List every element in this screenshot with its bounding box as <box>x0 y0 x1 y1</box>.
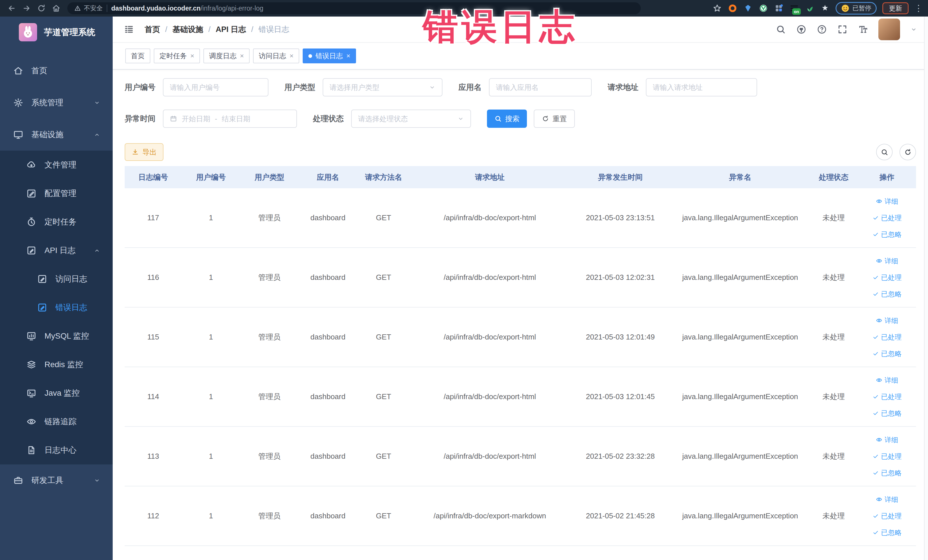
page-scrollbar[interactable] <box>924 17 928 560</box>
search-button[interactable]: 搜索 <box>487 110 527 128</box>
action-label: 已处理 <box>881 511 902 520</box>
paused-label: 已暂停 <box>852 4 871 12</box>
action-已忽略[interactable]: 已忽略 <box>872 345 902 362</box>
check-icon <box>872 513 879 519</box>
close-icon[interactable]: × <box>240 52 244 60</box>
reset-button[interactable]: 重置 <box>534 110 575 128</box>
chevron-down-icon[interactable] <box>910 26 917 33</box>
user-id-input[interactable] <box>163 78 269 96</box>
process-status-select[interactable]: 请选择处理状态 <box>351 110 471 128</box>
bookmark-star-icon[interactable] <box>712 3 722 13</box>
action-已处理[interactable]: 已处理 <box>872 508 902 524</box>
extension-blue-drop-icon[interactable] <box>743 3 753 13</box>
table-cell: 未处理 <box>809 272 858 282</box>
home-nav-icon[interactable] <box>50 2 63 15</box>
extension-leaf-icon[interactable] <box>805 3 815 13</box>
help-icon[interactable] <box>817 24 827 35</box>
user-type-select[interactable]: 请选择用户类型 <box>323 78 443 96</box>
forward-icon[interactable] <box>20 2 33 15</box>
extension-puzzle-icon[interactable] <box>820 3 830 13</box>
table-cell: /api/infra/db-doc/export-html <box>410 214 570 222</box>
export-button[interactable]: 导出 <box>125 143 163 161</box>
eye-icon <box>876 198 882 204</box>
action-详细[interactable]: 详细 <box>876 253 898 269</box>
request-url-input[interactable] <box>646 78 757 96</box>
sidebar-item-配置管理[interactable]: 配置管理 <box>0 179 113 208</box>
close-icon[interactable]: × <box>190 52 194 60</box>
sidebar-item-API-日志[interactable]: API 日志 <box>0 236 113 265</box>
action-已处理[interactable]: 已处理 <box>872 329 902 345</box>
action-已处理[interactable]: 已处理 <box>872 448 902 465</box>
eye-icon <box>876 496 882 503</box>
action-已处理[interactable]: 已处理 <box>872 389 902 405</box>
download-icon <box>131 148 139 156</box>
tab-错误日志[interactable]: 错误日志× <box>303 49 356 63</box>
table-row: 1151管理员dashboardGET/api/infra/db-doc/exp… <box>125 308 916 367</box>
table-cell: 管理员 <box>240 451 299 461</box>
browser-update-button[interactable]: 更新 <box>882 2 908 14</box>
extension-green-v-icon[interactable] <box>759 3 768 13</box>
reload-icon[interactable] <box>35 2 48 15</box>
action-详细[interactable]: 详细 <box>876 491 898 508</box>
sidebar-collapse-icon[interactable] <box>124 24 134 35</box>
extension-orange-icon[interactable] <box>728 3 737 13</box>
sidebar-item-链路追踪[interactable]: 链路追踪 <box>0 407 113 436</box>
action-详细[interactable]: 详细 <box>876 312 898 329</box>
tab-调度日志[interactable]: 调度日志× <box>203 49 250 63</box>
tab-首页[interactable]: 首页 <box>125 49 150 63</box>
app-logo-row[interactable]: 芋道管理系统 <box>0 17 113 48</box>
security-warning[interactable]: 不安全 <box>74 4 103 12</box>
proxy-paused-pill[interactable]: 已暂停 <box>836 2 877 15</box>
sidebar-item-MySQL-监控[interactable]: MySQL 监控 <box>0 322 113 350</box>
extension-on-badge-icon[interactable]: on <box>789 3 799 13</box>
table-cell: 未处理 <box>809 511 858 521</box>
sidebar-item-Redis-监控[interactable]: Redis 监控 <box>0 350 113 379</box>
sidebar-item-基础设施[interactable]: 基础设施 <box>0 119 113 151</box>
refresh-icon <box>542 115 549 122</box>
extension-grid-icon[interactable] <box>774 3 784 13</box>
tab-label: 调度日志 <box>209 51 237 61</box>
user-avatar[interactable] <box>878 18 900 40</box>
sidebar-item-Java-监控[interactable]: Java 监控 <box>0 379 113 407</box>
close-icon[interactable]: × <box>346 52 350 60</box>
close-icon[interactable]: × <box>290 52 293 60</box>
breadcrumb-item[interactable]: API 日志 <box>216 24 246 35</box>
action-已处理[interactable]: 已处理 <box>872 210 902 226</box>
github-icon[interactable] <box>796 24 806 35</box>
action-已忽略[interactable]: 已忽略 <box>872 226 902 243</box>
breadcrumb-item[interactable]: 基础设施 <box>172 24 203 35</box>
tab-定时任务[interactable]: 定时任务× <box>154 49 200 63</box>
sidebar-item-研发工具[interactable]: 研发工具 <box>0 464 113 496</box>
action-已忽略[interactable]: 已忽略 <box>872 286 902 302</box>
back-icon[interactable] <box>5 2 18 15</box>
action-详细[interactable]: 详细 <box>876 372 898 389</box>
tab-访问日志[interactable]: 访问日志× <box>253 49 299 63</box>
action-已忽略[interactable]: 已忽略 <box>872 524 902 541</box>
toggle-search-button[interactable] <box>876 144 893 160</box>
sidebar-item-日志中心[interactable]: 日志中心 <box>0 436 113 464</box>
action-已忽略[interactable]: 已忽略 <box>872 405 902 422</box>
action-已忽略[interactable]: 已忽略 <box>872 465 902 481</box>
url-domain: dashboard.yudao.iocoder.cn <box>111 5 200 12</box>
url-bar[interactable]: 不安全 dashboard.yudao.iocoder.cn/infra/log… <box>67 2 641 14</box>
sidebar-item-访问日志[interactable]: 访问日志 <box>0 265 113 293</box>
action-详细[interactable]: 详细 <box>876 193 898 210</box>
sidebar-item-定时任务[interactable]: 定时任务 <box>0 208 113 236</box>
fullscreen-icon[interactable] <box>837 24 847 35</box>
mysql-monitor-icon <box>26 331 37 341</box>
app-name-input[interactable] <box>489 78 592 96</box>
action-详细[interactable]: 详细 <box>876 432 898 448</box>
sidebar-item-首页[interactable]: 首页 <box>0 55 113 87</box>
action-已处理[interactable]: 已处理 <box>872 269 902 286</box>
sidebar-item-系统管理[interactable]: 系统管理 <box>0 87 113 119</box>
sidebar-item-错误日志[interactable]: 错误日志 <box>0 293 113 322</box>
sidebar-item-文件管理[interactable]: 文件管理 <box>0 151 113 179</box>
refresh-table-button[interactable] <box>899 144 916 160</box>
breadcrumb-item[interactable]: 首页 <box>145 24 160 35</box>
search-icon[interactable] <box>776 24 786 35</box>
browser-menu-icon[interactable]: ⋮ <box>914 4 923 12</box>
exception-time-range-picker[interactable]: 开始日期 - 结束日期 <box>163 110 297 128</box>
action-label: 已处理 <box>881 273 902 282</box>
sidebar-item-label: 配置管理 <box>44 188 76 199</box>
font-size-icon[interactable] <box>858 24 868 35</box>
